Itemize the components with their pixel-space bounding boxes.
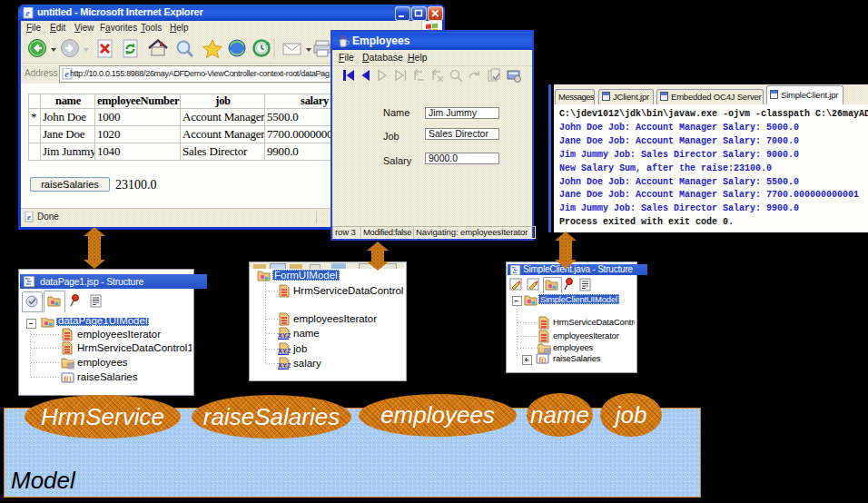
- svg-text:e: e: [27, 212, 31, 222]
- svg-text:e: e: [25, 8, 30, 18]
- svg-text:e: e: [64, 69, 69, 79]
